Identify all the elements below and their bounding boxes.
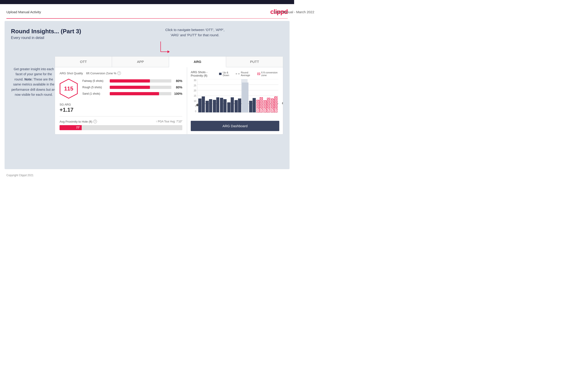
main-panel: OTT APP ARG PUTT ARG Shot Quality 6ft Co… (55, 56, 283, 134)
bar-1b (202, 96, 205, 112)
y-label-25: 25 (194, 84, 196, 87)
legend-updown-label: Up & Down (223, 71, 233, 77)
y-label-15: 15 (194, 95, 196, 97)
bar-9a (257, 100, 260, 112)
fairway-percent: 80% (174, 79, 182, 83)
tab-ott[interactable]: OTT (55, 57, 112, 67)
main-content: Round Insights... (Part 3) Every round i… (5, 21, 290, 169)
proximity-header: Avg Proximity to Hole (ft) ? ↑ PGA Tour … (60, 120, 182, 123)
chart-plot: 8 (197, 79, 278, 113)
sand-row: Sand (1 shots) 100% (82, 92, 182, 95)
page-title: Round Insights... (Part 3) (11, 28, 283, 35)
svg-marker-2 (167, 50, 170, 53)
bar-6b (238, 99, 241, 112)
nav-instruction: Click to navigate between 'OTT', 'APP','… (165, 27, 225, 38)
bar-8a (249, 101, 252, 112)
bar-7a (242, 83, 249, 112)
bar-6a (234, 100, 238, 112)
tab-arg[interactable]: ARG (169, 57, 226, 67)
bar-5b (231, 97, 234, 112)
bar-3b (216, 97, 219, 112)
y-label-0: 0 (195, 110, 196, 113)
chart-area: 30 25 20 15 10 5 0 (191, 79, 279, 117)
y-label-30: 30 (194, 79, 196, 82)
bar-group-6 (234, 79, 241, 112)
shot-quality-label: ARG Shot Quality (60, 72, 83, 75)
bar-group-11 (271, 79, 277, 112)
panel-right-title: ARG Shots - Proximity (ft) (191, 70, 219, 77)
legend-updown: Up & Down (219, 71, 233, 77)
sand-bar-fill (110, 92, 159, 95)
bar-group-8 (249, 79, 256, 112)
footer: Copyright Clippd 2021 (0, 171, 294, 179)
sand-percent: 100% (174, 92, 182, 95)
nav-instruction-text: Click to navigate between 'OTT', 'APP','… (165, 28, 225, 37)
proximity-help-icon[interactable]: ? (93, 120, 97, 123)
bar-9b (260, 97, 263, 112)
bar-group-4 (220, 79, 227, 112)
bar-1a (198, 99, 201, 112)
legend-round-avg-label: Round Average (241, 71, 255, 77)
sand-label: Sand (1 shots) (82, 92, 107, 95)
rough-bar-container (110, 86, 171, 89)
legend-6ft-zone: 6 ft conversion zone (257, 71, 279, 77)
bar-11a (271, 99, 274, 112)
proximity-title: Avg Proximity to Hole (ft) ? (60, 120, 97, 123)
proximity-value: 77' (76, 126, 80, 129)
bar-group-5 (227, 79, 234, 112)
rough-bar-fill (110, 86, 150, 89)
bar-group-7 (242, 79, 249, 112)
proximity-bar-fill: 77' (60, 125, 82, 130)
fairway-row: Fairway (5 shots) 80% (82, 79, 182, 83)
rough-percent: 80% (174, 85, 182, 89)
y-label-10: 10 (194, 100, 196, 102)
sg-section: SG ARG +1.17 (60, 103, 182, 113)
bar-11b (274, 96, 277, 112)
legend-round-avg-line (236, 74, 240, 74)
sg-value: +1.17 (60, 107, 182, 113)
panel-left: ARG Shot Quality 6ft Conversion Zone % ?… (55, 67, 187, 134)
fairway-label: Fairway (5 shots) (82, 79, 107, 83)
conversion-zone-help-icon[interactable]: ? (117, 71, 121, 75)
shot-quality-bars: Fairway (5 shots) 80% Rough (5 shots) (82, 79, 182, 98)
legend-round-avg: Round Average (236, 71, 255, 77)
bar-2a (206, 101, 209, 112)
legend-6ft-box (257, 73, 260, 75)
proximity-bar-container: 77' (60, 125, 182, 130)
bar-3a (213, 100, 216, 112)
tab-putt[interactable]: PUTT (226, 57, 283, 67)
bar-group-2 (206, 79, 212, 112)
sand-bar-container (110, 92, 171, 95)
score-hexagon: 115 (60, 79, 78, 99)
legend-6ft-label: 6 ft conversion zone (261, 71, 279, 77)
top-bar (0, 0, 294, 4)
bar-10a (264, 100, 267, 112)
page-breadcrumb: User Manual - March 2022 (274, 10, 294, 14)
bar-4a (220, 98, 223, 112)
left-description: Get greater insight into each facet of y… (11, 67, 57, 97)
panel-divider (60, 116, 182, 117)
tab-app[interactable]: APP (112, 57, 169, 67)
bar-group-9 (257, 79, 263, 112)
arg-dashboard-button[interactable]: ARG Dashboard (191, 121, 279, 131)
panel-right-header: ARG Shots - Proximity (ft) Up & Down Rou… (191, 70, 279, 77)
bar-group-1 (198, 79, 205, 112)
round-avg-value: 8 (282, 102, 283, 105)
panel-body: ARG Shot Quality 6ft Conversion Zone % ?… (55, 67, 283, 134)
page-subtitle: Every round in detail (11, 36, 283, 40)
rough-row: Rough (5 shots) 80% (82, 85, 182, 89)
fairway-bar-container (110, 79, 171, 83)
pga-avg: ↑ PGA Tour Avg: 7'10" (156, 120, 182, 123)
rough-label: Rough (5 shots) (82, 86, 107, 89)
bar-5a (227, 102, 230, 112)
bar-2b (209, 99, 212, 112)
tab-bar: OTT APP ARG PUTT (55, 57, 283, 67)
left-description-text: Get greater insight into each facet of y… (11, 67, 56, 96)
chart-bars (197, 79, 278, 112)
legend-updown-box (219, 73, 222, 75)
copyright-text: Copyright Clippd 2021 (6, 174, 34, 177)
bar-8b (253, 98, 256, 112)
panel-right: ARG Shots - Proximity (ft) Up & Down Rou… (187, 67, 283, 134)
upload-activity-link[interactable]: Upload Manual Activity (6, 10, 41, 14)
header: Upload Manual Activity User Manual - Mar… (0, 4, 294, 18)
